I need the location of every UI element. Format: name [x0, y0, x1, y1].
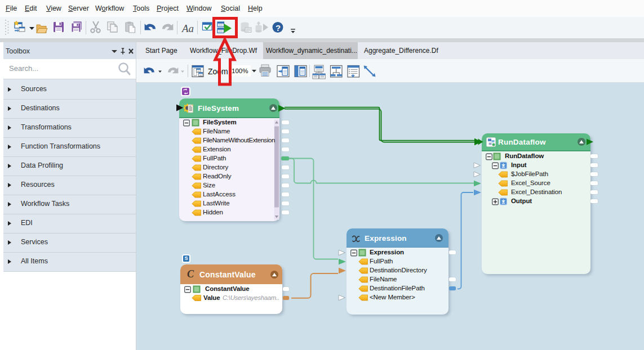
- svg-text:?: ?: [276, 23, 281, 33]
- svg-text:Aa: Aa: [181, 23, 194, 34]
